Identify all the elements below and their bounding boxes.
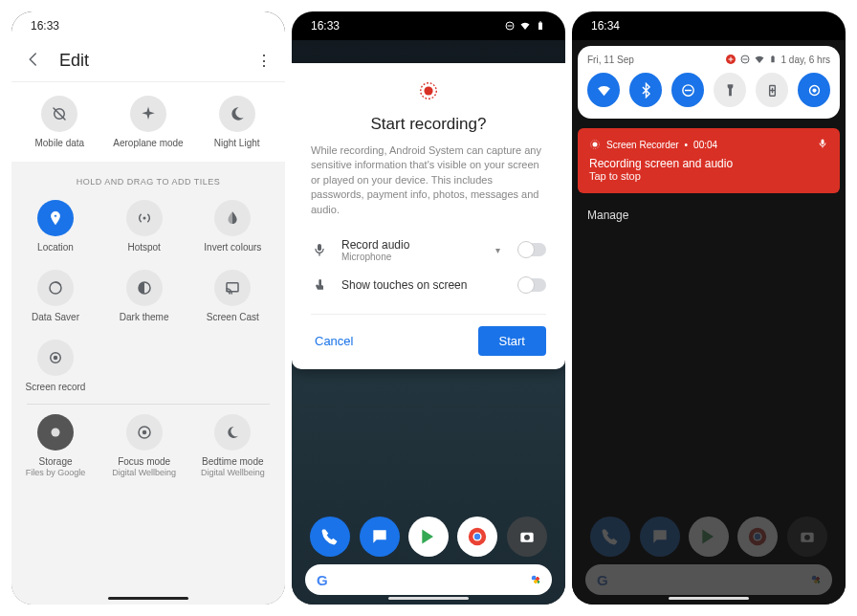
storage-icon — [47, 424, 64, 441]
svg-point-38 — [755, 534, 760, 539]
svg-rect-5 — [227, 283, 238, 292]
option-show-touches[interactable]: Show touches on screen — [311, 270, 546, 300]
home-dock — [292, 517, 565, 557]
tile-night-light[interactable]: Night Light — [197, 96, 277, 148]
search-bar[interactable]: G — [305, 564, 552, 595]
google-g-icon: G — [597, 572, 608, 588]
dialog-description: While recording, Android System can capt… — [311, 143, 546, 217]
dark-theme-icon — [136, 279, 153, 297]
flashlight-icon — [722, 82, 738, 99]
qs-screen-record[interactable] — [798, 73, 830, 107]
svg-point-32 — [812, 88, 816, 92]
mobile-data-icon — [51, 105, 68, 122]
wifi-status-icon — [519, 20, 531, 32]
svg-rect-17 — [318, 244, 321, 251]
search-bar-dimmed: G — [585, 564, 832, 595]
gesture-bar[interactable] — [669, 597, 749, 600]
svg-point-20 — [474, 534, 480, 539]
quick-settings-row — [587, 73, 830, 107]
tile-aeroplane-mode[interactable]: Aeroplane mode — [108, 96, 188, 148]
status-time: 16:34 — [591, 19, 620, 33]
status-bar: 16:33 — [11, 11, 285, 40]
svg-point-2 — [143, 217, 145, 220]
svg-rect-27 — [773, 55, 775, 56]
gesture-bar[interactable] — [108, 597, 188, 600]
invert-icon — [224, 209, 241, 227]
assistant-icon — [811, 575, 821, 584]
status-bar: 16:34 — [572, 11, 846, 40]
assistant-icon[interactable] — [531, 575, 540, 584]
plus-badge-icon — [725, 54, 736, 65]
status-icons — [504, 20, 546, 32]
tile-mobile-data[interactable]: Mobile data — [19, 96, 99, 148]
tile-focus-mode[interactable]: Focus mode Digital Wellbeing — [104, 414, 185, 477]
cancel-button[interactable]: Cancel — [311, 328, 357, 354]
svg-point-9 — [142, 430, 146, 435]
bedtime-icon — [224, 424, 241, 441]
svg-rect-35 — [822, 140, 824, 145]
svg-point-33 — [593, 143, 598, 147]
dnd-status-icon — [504, 20, 516, 32]
status-time: 16:33 — [31, 19, 59, 33]
recording-dialog: Start recording? While recording, Androi… — [292, 63, 565, 369]
qs-bluetooth[interactable] — [629, 73, 662, 107]
qs-battery-saver[interactable] — [756, 73, 788, 107]
app-camera[interactable] — [507, 517, 547, 557]
tile-bedtime-mode[interactable]: Bedtime mode Digital Wellbeing — [192, 414, 273, 477]
wifi-status-icon — [754, 54, 765, 65]
notif-app-name: Screen Recorder — [606, 140, 679, 150]
app-messages — [640, 517, 680, 557]
start-button[interactable]: Start — [478, 326, 546, 356]
shade-date: Fri, 11 Sep — [587, 55, 725, 65]
recording-notification[interactable]: Screen Recorder • 00:04 Recording screen… — [578, 128, 840, 193]
battery-estimate: 1 day, 6 hrs — [780, 55, 830, 65]
manage-button[interactable]: Manage — [572, 193, 846, 237]
divider — [27, 404, 270, 405]
status-bar: 16:33 — [292, 11, 565, 40]
screen-record-icon — [806, 82, 823, 99]
overflow-menu-icon[interactable]: ⋮ — [256, 52, 272, 70]
dropdown-icon[interactable]: ▾ — [495, 245, 500, 255]
shade-status-icons: 1 day, 6 hrs — [725, 54, 830, 65]
tile-hotspot[interactable]: Hotspot — [104, 200, 185, 253]
toggle-record-audio[interactable] — [519, 243, 546, 256]
tile-invert-colours[interactable]: Invert colours — [192, 200, 273, 253]
qs-wifi[interactable] — [587, 73, 620, 107]
tile-data-saver[interactable]: Data Saver — [15, 270, 96, 322]
app-play-store[interactable] — [408, 517, 449, 557]
screen-record-icon — [47, 349, 64, 366]
option-record-audio[interactable]: Record audio Microphone ▾ — [311, 231, 546, 270]
bluetooth-icon — [638, 82, 654, 99]
qs-dnd[interactable] — [671, 73, 704, 107]
tile-location[interactable]: Location — [15, 200, 96, 253]
dnd-status-icon — [739, 54, 751, 65]
screen-start-recording-dialog: 16:33 Start recording? While recording, … — [292, 11, 565, 605]
app-messages[interactable] — [360, 517, 400, 557]
airplane-icon — [140, 105, 157, 122]
gesture-bar[interactable] — [388, 597, 469, 600]
svg-point-15 — [424, 86, 432, 95]
data-saver-icon — [47, 279, 64, 297]
app-phone[interactable] — [310, 517, 350, 557]
back-icon[interactable] — [25, 51, 42, 72]
svg-point-40 — [804, 535, 810, 540]
wifi-icon — [596, 82, 612, 99]
app-camera — [787, 517, 827, 557]
app-chrome[interactable] — [457, 517, 497, 557]
touch-icon — [311, 277, 328, 293]
dialog-title: Start recording? — [311, 115, 546, 134]
svg-point-8 — [52, 429, 60, 437]
notif-elapsed: 00:04 — [693, 140, 717, 150]
toggle-show-touches[interactable] — [519, 278, 546, 292]
qs-flashlight[interactable] — [714, 73, 746, 107]
tile-storage[interactable]: Storage Files by Google — [15, 414, 96, 477]
tile-screen-cast[interactable]: Screen Cast — [192, 270, 273, 322]
tile-dark-theme[interactable]: Dark theme — [104, 270, 185, 322]
microphone-icon — [311, 242, 328, 257]
record-small-icon — [589, 139, 601, 150]
edit-header: Edit ⋮ — [11, 40, 285, 82]
google-g-icon: G — [317, 572, 328, 588]
battery-status-icon — [535, 20, 546, 32]
add-tiles-hint: HOLD AND DRAG TO ADD TILES — [11, 162, 285, 190]
tile-screen-record[interactable]: Screen record — [15, 340, 96, 392]
